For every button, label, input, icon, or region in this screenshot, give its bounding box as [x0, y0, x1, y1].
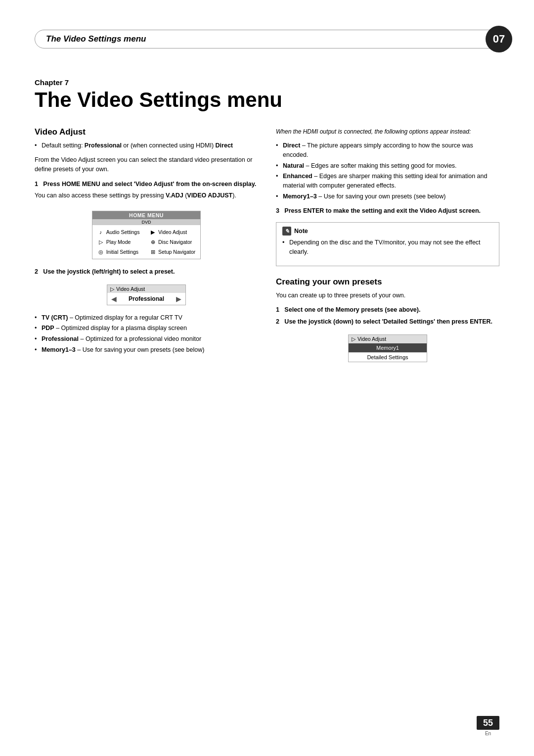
default-setting-list: Default setting: Professional or (when c… [35, 141, 258, 150]
home-menu-title: HOME MENU [92, 211, 201, 219]
list-item-direct: Direct – The picture appears simply acco… [276, 141, 499, 160]
menu-label-setup: Setup Navigator [158, 249, 195, 255]
memory-box: ▷ Video Adjust Memory1 Detailed Settings [348, 334, 427, 362]
memory-title-icon: ▷ [352, 336, 356, 342]
menu-label-initial: Initial Settings [106, 249, 138, 255]
menu-cell-play: ▷ Play Mode [94, 237, 146, 247]
preset-title-label: Video Adjust [116, 286, 145, 292]
menu-cell-video: ▶ Video Adjust [146, 227, 198, 237]
home-menu-box: HOME MENU DVD ♪ Audio Settings ▶ Video A… [92, 211, 201, 259]
step-2: 2 Use the joystick (left/right) to selec… [35, 267, 258, 277]
menu-grid: ♪ Audio Settings ▶ Video Adjust ▷ Play M… [92, 225, 201, 259]
section-heading-video-adjust: Video Adjust [35, 127, 258, 137]
step-1-body: You can also access these settings by pr… [35, 191, 258, 200]
preset-box-body: ◀ Professional ▶ [107, 293, 185, 305]
page-number-badge: 55 [477, 716, 499, 730]
preset-box-title: ▷ Video Adjust [107, 285, 185, 293]
preset-arrow-right: ▶ [176, 295, 181, 303]
creating-presets-section: Creating your own presets You can create… [276, 277, 499, 367]
menu-label-video: Video Adjust [158, 229, 187, 235]
creating-step-2: 2 Use the joystick (down) to select 'Det… [276, 317, 499, 327]
list-item-memory: Memory1–3 – Use for saving your own pres… [35, 345, 258, 355]
video-icon: ▶ [149, 229, 156, 236]
play-icon: ▷ [97, 238, 104, 245]
step-3: 3 Press ENTER to make the setting and ex… [276, 206, 499, 216]
menu-cell-audio: ♪ Audio Settings [94, 227, 146, 237]
menu-cell-setup: ⊞ Setup Navigator [146, 247, 198, 257]
right-column: When the HDMI output is connected, the f… [276, 127, 499, 370]
disc-icon: ⊕ [149, 238, 156, 245]
preset-container: ▷ Video Adjust ◀ Professional ▶ [35, 280, 258, 310]
initial-icon: ◎ [97, 248, 104, 255]
header-title: The Video Settings menu [46, 34, 146, 44]
preset-box: ▷ Video Adjust ◀ Professional ▶ [107, 284, 186, 305]
header-bar: The Video Settings menu 07 [35, 30, 499, 48]
header-badge: 07 [486, 26, 512, 52]
content-columns: Video Adjust Default setting: Profession… [35, 127, 499, 370]
note-box: ✎ Note Depending on the disc and the TV/… [276, 222, 499, 266]
left-column: Video Adjust Default setting: Profession… [35, 127, 258, 370]
setup-icon: ⊞ [149, 248, 156, 255]
menu-label-disc: Disc Navigator [158, 239, 192, 245]
note-title: ✎ Note [282, 227, 493, 236]
page-footer: 55 En [477, 716, 499, 736]
list-item-pdp: PDP – Optimized display for a plasma dis… [35, 324, 258, 333]
page-lang: En [485, 731, 491, 736]
memory-row-1: Memory1 [349, 343, 427, 352]
page: The Video Settings menu 07 Chapter 7 The… [0, 0, 534, 756]
memory-box-title: ▷ Video Adjust [349, 335, 427, 343]
memory-box-container: ▷ Video Adjust Memory1 Detailed Settings [276, 330, 499, 367]
creating-body: You can create up to three presets of yo… [276, 291, 499, 300]
chapter-title: The Video Settings menu [35, 89, 499, 111]
list-item-memory13: Memory1–3 – Use for saving your own pres… [276, 192, 499, 201]
menu-label-play: Play Mode [106, 239, 131, 245]
note-label: Note [294, 228, 308, 235]
list-item-tvcrt: TV (CRT) – Optimized display for a regul… [35, 313, 258, 323]
memory-title-label: Video Adjust [357, 336, 386, 342]
creating-step-1: 1 Select one of the Memory presets (see … [276, 305, 499, 315]
hdmi-caption: When the HDMI output is connected, the f… [276, 127, 499, 136]
audio-icon: ♪ [97, 229, 104, 236]
home-menu-container: HOME MENU DVD ♪ Audio Settings ▶ Video A… [35, 206, 258, 264]
creating-heading: Creating your own presets [276, 277, 499, 287]
note-list: Depending on the disc and the TV/monitor… [282, 238, 493, 257]
hdmi-options-list: Direct – The picture appears simply acco… [276, 141, 499, 201]
menu-cell-initial: ◎ Initial Settings [94, 247, 146, 257]
menu-cell-disc: ⊕ Disc Navigator [146, 237, 198, 247]
list-item-enhanced: Enhanced – Edges are sharper making this… [276, 172, 499, 190]
home-menu-subtitle: DVD [92, 219, 201, 225]
step-1: 1 Press HOME MENU and select 'Video Adju… [35, 180, 258, 189]
body-text-1: From the Video Adjust screen you can sel… [35, 155, 258, 175]
chapter-label: Chapter 7 [35, 78, 499, 87]
list-item-natural: Natural – Edges are softer making this s… [276, 161, 499, 171]
preset-arrow-left: ◀ [111, 295, 117, 303]
preset-value: Professional [129, 295, 164, 302]
memory-row-2: Detailed Settings [349, 352, 427, 362]
preset-title-icon: ▷ [110, 286, 114, 292]
list-item: Default setting: Professional or (when c… [35, 141, 258, 150]
note-list-item: Depending on the disc and the TV/monitor… [282, 238, 493, 257]
menu-label-audio: Audio Settings [106, 229, 140, 235]
note-icon: ✎ [282, 227, 291, 236]
preset-options-list: TV (CRT) – Optimized display for a regul… [35, 313, 258, 355]
list-item-professional: Professional – Optimized for a professio… [35, 334, 258, 344]
